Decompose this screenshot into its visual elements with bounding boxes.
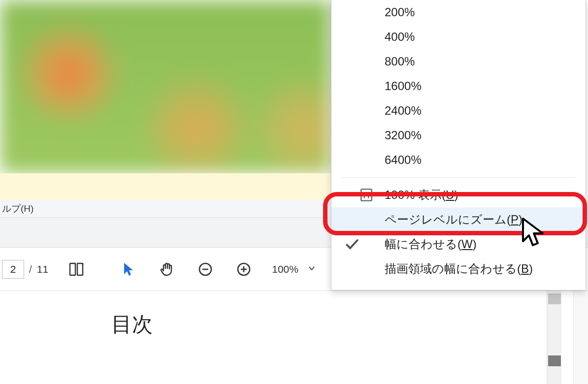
page-total: 11 <box>37 263 48 275</box>
checkmark-icon <box>344 236 360 252</box>
menu-separator <box>342 177 575 178</box>
scrollbar-thumb[interactable] <box>548 355 561 366</box>
hand-tool-icon[interactable] <box>157 259 177 280</box>
zoom-in-icon[interactable] <box>233 259 254 280</box>
zoom-fit-width-label: 幅に合わせる(W) <box>385 236 477 252</box>
zoom-fit-width[interactable]: 幅に合わせる(W) <box>331 232 586 256</box>
image-caption-band <box>0 173 331 200</box>
zoom-fit-visible-label: 描画領域の幅に合わせる(B) <box>385 261 533 277</box>
svg-rect-1 <box>77 263 83 275</box>
scrollbar-thumb-top[interactable] <box>548 293 561 304</box>
zoom-out-icon[interactable] <box>195 259 216 280</box>
select-tool-icon[interactable] <box>118 259 139 280</box>
zoom-option-3200[interactable]: 3200% <box>331 123 586 148</box>
page-view-icon[interactable] <box>66 259 87 280</box>
zoom-fit-page-label: ページレベルにズーム(P) <box>385 212 523 227</box>
zoom-fit-visible[interactable]: 描画領域の幅に合わせる(B) <box>331 256 586 281</box>
document-heading: 目次 <box>111 311 153 338</box>
zoom-option-200[interactable]: 200% <box>331 0 586 25</box>
document-view[interactable]: 目次 <box>0 291 547 384</box>
actual-size-icon <box>359 188 374 202</box>
vertical-scrollbar[interactable] <box>547 291 561 384</box>
zoom-actual-size[interactable]: 100% 表示(U) <box>331 183 586 207</box>
page-number-input[interactable] <box>2 260 24 279</box>
svg-rect-0 <box>70 263 75 275</box>
zoom-fit-page[interactable]: ページレベルにズーム(P) <box>331 207 586 232</box>
menu-help[interactable]: ルプ(H) <box>2 202 33 215</box>
zoom-option-2400[interactable]: 2400% <box>331 98 586 123</box>
zoom-actual-size-label: 100% 表示(U) <box>385 187 458 203</box>
zoom-dropdown-caret-icon[interactable] <box>308 265 315 274</box>
zoom-option-6400[interactable]: 6400% <box>331 148 586 172</box>
svg-rect-7 <box>361 189 371 201</box>
page-separator: / <box>29 263 32 275</box>
zoom-option-1600[interactable]: 1600% <box>331 74 586 98</box>
background-image <box>0 0 331 173</box>
zoom-level[interactable]: 100% <box>272 263 298 275</box>
zoom-dropdown-menu: 200% 400% 800% 1600% 2400% 3200% 6400% 1… <box>331 0 586 290</box>
zoom-option-800[interactable]: 800% <box>331 49 586 74</box>
zoom-option-400[interactable]: 400% <box>331 25 586 49</box>
right-gutter <box>573 291 588 384</box>
